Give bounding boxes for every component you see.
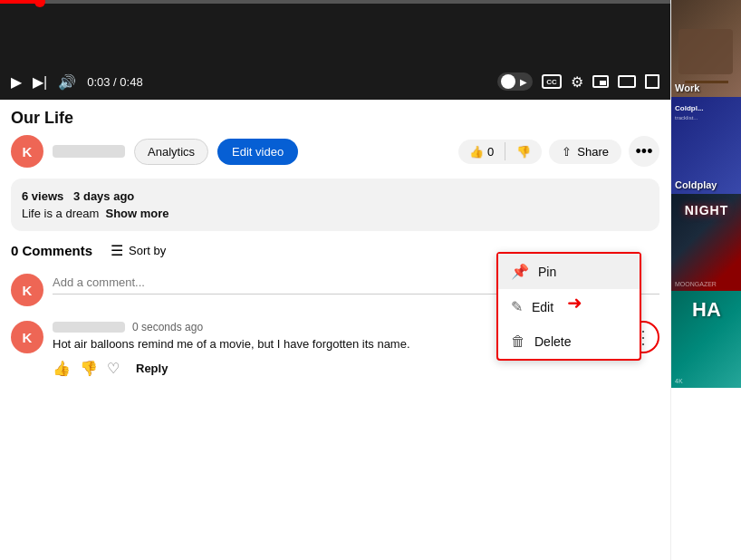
like-count: 0 bbox=[487, 145, 494, 159]
comment-time: 0 seconds ago bbox=[132, 321, 203, 333]
user-avatar-letter: K bbox=[23, 283, 33, 298]
more-options-button[interactable]: ••• bbox=[629, 136, 659, 167]
show-more-button[interactable]: Show more bbox=[106, 207, 169, 220]
analytics-button[interactable]: Analytics bbox=[134, 139, 208, 165]
play-button[interactable]: ▶ bbox=[11, 73, 22, 91]
menu-item-pin[interactable]: 📌 Pin bbox=[498, 254, 640, 289]
like-button[interactable]: 👍 0 bbox=[458, 140, 505, 164]
edit-icon: ✎ bbox=[511, 298, 523, 315]
sidebar-label-work: Work bbox=[675, 82, 699, 93]
menu-edit-label: Edit bbox=[532, 300, 553, 314]
description-content: Life is a dream bbox=[22, 207, 99, 220]
theater-button[interactable] bbox=[618, 75, 636, 88]
sort-by-label: Sort by bbox=[129, 244, 166, 257]
menu-pin-label: Pin bbox=[538, 265, 556, 279]
comments-count: 0 Comments bbox=[11, 243, 92, 258]
night-credit: MOONGAZER bbox=[675, 281, 717, 287]
comment-wrapper: K 0 seconds ago Hot air balloons remind … bbox=[11, 321, 659, 379]
share-label: Share bbox=[577, 145, 609, 159]
upload-date: 3 days ago bbox=[73, 189, 134, 203]
description-box: 6 views 3 days ago Life is a dream Show … bbox=[11, 179, 659, 231]
comment-dislike-button[interactable]: 👎 bbox=[80, 360, 98, 377]
work-desk bbox=[678, 29, 733, 74]
share-button[interactable]: ⇧ Share bbox=[549, 140, 621, 164]
current-time: 0:03 bbox=[87, 75, 110, 89]
player-controls: ▶ ▶| 🔊 0:03 / 0:48 ▶ CC ⚙ bbox=[0, 72, 670, 91]
thumbs-up-icon: 👍 bbox=[469, 145, 484, 159]
dislike-button[interactable]: 👎 bbox=[505, 140, 542, 164]
progress-thumb bbox=[34, 0, 45, 7]
user-avatar: K bbox=[11, 274, 43, 306]
next-button[interactable]: ▶| bbox=[33, 73, 47, 91]
comment-text: Hot air balloons remind me of a movie, b… bbox=[53, 337, 566, 351]
progress-bar-container[interactable] bbox=[0, 0, 670, 4]
toggle-circle bbox=[501, 74, 515, 89]
settings-button[interactable]: ⚙ bbox=[571, 73, 583, 91]
night-text: NIGHT bbox=[671, 203, 741, 217]
channel-name bbox=[53, 145, 125, 158]
channel-row: K Analytics Edit video 👍 0 👎 ⇧ bbox=[11, 135, 659, 168]
commenter-avatar-letter: K bbox=[23, 330, 33, 345]
right-controls: ▶ CC ⚙ bbox=[497, 72, 659, 91]
video-title: Our Life bbox=[11, 109, 659, 128]
video-meta: 6 views 3 days ago bbox=[22, 189, 649, 203]
view-count: 6 views bbox=[22, 189, 63, 203]
comments-section: 0 Comments ☰ Sort by K K bbox=[0, 242, 670, 390]
thumbs-down-icon: 👎 bbox=[516, 145, 531, 159]
sidebar-card-work[interactable]: Work bbox=[671, 0, 741, 97]
sidebar-label-coldplay: Coldplay bbox=[675, 179, 717, 190]
toggle-icon: ▶ bbox=[518, 77, 529, 87]
autoplay-toggle[interactable]: ▶ bbox=[497, 72, 533, 91]
comment-like-button[interactable]: 👍 bbox=[53, 360, 71, 377]
comment-body: 0 seconds ago Hot air balloons remind me… bbox=[53, 321, 566, 379]
description-text: Life is a dream Show more bbox=[22, 207, 649, 220]
comment-header: 0 seconds ago bbox=[53, 321, 566, 333]
reply-button[interactable]: Reply bbox=[129, 358, 175, 379]
action-buttons: 👍 0 👎 ⇧ Share ••• bbox=[458, 136, 659, 167]
ha-text: HA bbox=[671, 298, 741, 322]
volume-button[interactable]: 🔊 bbox=[58, 73, 76, 91]
arrow-indicator-2: ➜ bbox=[567, 292, 582, 314]
menu-item-delete[interactable]: 🗑 Delete bbox=[498, 324, 640, 359]
video-info: Our Life K Analytics Edit video 👍 0 👎 bbox=[0, 100, 670, 179]
sidebar: Work Coldpl... tracklist... Coldplay NIG… bbox=[670, 0, 741, 560]
delete-icon: 🗑 bbox=[511, 333, 525, 350]
coldplay-text: Coldpl... tracklist... bbox=[675, 104, 738, 122]
time-display: 0:03 / 0:48 bbox=[87, 75, 142, 89]
commenter-avatar: K bbox=[11, 321, 43, 353]
comment-author bbox=[53, 322, 125, 333]
ha-label: 4K bbox=[675, 378, 683, 384]
sort-by-button[interactable]: ☰ Sort by bbox=[111, 242, 166, 259]
miniplayer-button[interactable] bbox=[592, 75, 609, 88]
menu-delete-label: Delete bbox=[534, 334, 571, 349]
like-dislike-group: 👍 0 👎 bbox=[458, 140, 542, 164]
comment-actions: 👍 👎 ♡ Reply bbox=[53, 358, 566, 379]
share-icon: ⇧ bbox=[562, 145, 572, 159]
edit-video-button[interactable]: Edit video bbox=[217, 139, 298, 165]
sort-icon: ☰ bbox=[111, 242, 123, 259]
comment-heart-button[interactable]: ♡ bbox=[107, 360, 120, 377]
fullscreen-button[interactable] bbox=[645, 74, 659, 89]
pin-icon: 📌 bbox=[511, 263, 529, 280]
sidebar-card-night[interactable]: NIGHT MOONGAZER bbox=[671, 194, 741, 291]
avatar: K bbox=[11, 135, 43, 168]
sidebar-card-coldplay[interactable]: Coldpl... tracklist... Coldplay bbox=[671, 97, 741, 194]
total-time: 0:48 bbox=[120, 75, 142, 89]
cc-button[interactable]: CC bbox=[542, 74, 562, 89]
sidebar-card-ha[interactable]: HA 4K bbox=[671, 291, 741, 388]
video-player: ▶ ▶| 🔊 0:03 / 0:48 ▶ CC ⚙ bbox=[0, 0, 670, 100]
avatar-letter: K bbox=[23, 144, 33, 159]
